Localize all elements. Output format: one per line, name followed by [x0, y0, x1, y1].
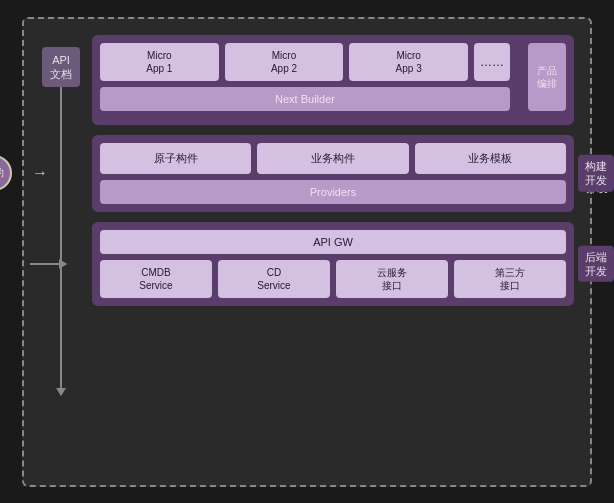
- api-gw: API GW: [100, 230, 566, 254]
- bottom-section: API GW CMDB Service CD Service 云服务 接口 第三…: [92, 222, 574, 306]
- business-component: 业务构件: [257, 143, 408, 174]
- business-template: 业务模板: [415, 143, 566, 174]
- micro-app-2: Micro App 2: [225, 43, 344, 81]
- providers: Providers: [100, 180, 566, 204]
- contract-arrow: →: [32, 164, 48, 182]
- cloud-service: 云服务 接口: [336, 260, 448, 298]
- cd-service: CD Service: [218, 260, 330, 298]
- api-doc-box: API 文档: [42, 47, 80, 88]
- architecture-diagram: API 文档 Micro App 1 Micro App 2 Micro App…: [22, 17, 592, 487]
- top-section: Micro App 1 Micro App 2 Micro App 3 …… N…: [92, 35, 574, 125]
- build-dev-label: 构建 开发: [578, 155, 614, 192]
- cmdb-service: CMDB Service: [100, 260, 212, 298]
- micro-app-3: Micro App 3: [349, 43, 468, 81]
- backend-dev-label: 后端 开发: [578, 245, 614, 282]
- next-builder: Next Builder: [100, 87, 510, 111]
- third-party-service: 第三方 接口: [454, 260, 566, 298]
- micro-app-1: Micro App 1: [100, 43, 219, 81]
- contract-circle: 契约: [0, 155, 12, 191]
- product-label: 产品 编排: [528, 43, 566, 111]
- atomic-component: 原子构件: [100, 143, 251, 174]
- more-apps: ……: [474, 43, 510, 81]
- middle-section: 契约 → 原子构件 业务构件 业务模板 Providers 构建 开发 构建 开…: [92, 135, 574, 212]
